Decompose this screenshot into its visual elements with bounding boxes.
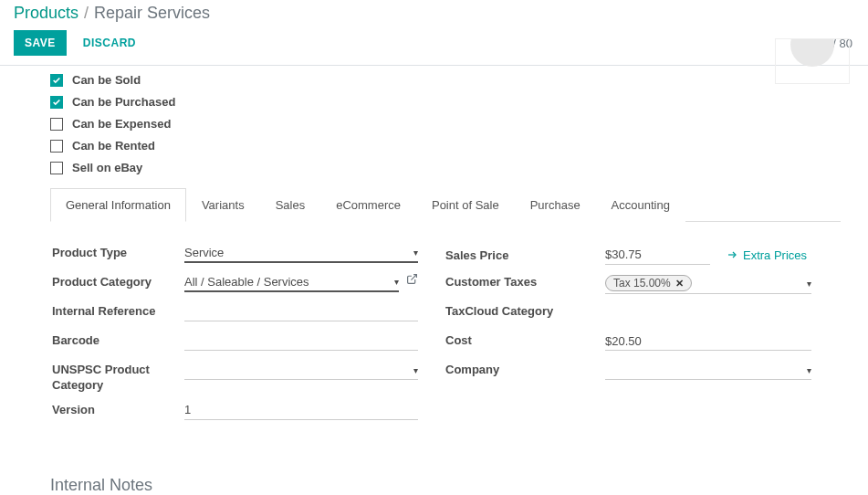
right-column: Sales Price $30.75 Extra Prices Customer… bbox=[445, 244, 839, 430]
svg-line-0 bbox=[411, 275, 416, 280]
extra-prices-link[interactable]: Extra Prices bbox=[727, 248, 807, 262]
field-cost: Cost $20.50 bbox=[445, 332, 811, 353]
internal-notes-section: Internal Notes This note is only for int… bbox=[50, 476, 841, 495]
field-taxcloud: TaxCloud Category bbox=[445, 302, 811, 324]
field-barcode: Barcode bbox=[52, 332, 418, 353]
close-icon[interactable]: ✕ bbox=[675, 278, 684, 290]
checkbox-label: Can be Rented bbox=[72, 139, 155, 153]
internal-notes-heading: Internal Notes bbox=[50, 476, 841, 495]
checkbox-sell-on-ebay[interactable] bbox=[50, 162, 63, 174]
checkbox-label: Sell on eBay bbox=[72, 161, 142, 174]
input-product-type[interactable]: Service ▾ bbox=[184, 244, 418, 263]
field-internal-reference: Internal Reference bbox=[52, 302, 418, 324]
label-taxcloud: TaxCloud Category bbox=[445, 302, 605, 320]
label-product-category: Product Category bbox=[52, 273, 184, 290]
label-version: Version bbox=[52, 401, 184, 418]
input-customer-taxes[interactable]: Tax 15.00% ✕ ▾ bbox=[605, 273, 811, 294]
discard-button[interactable]: DISCARD bbox=[72, 30, 147, 56]
checkbox-can-be-purchased[interactable] bbox=[50, 96, 63, 109]
tab-variants[interactable]: Variants bbox=[186, 188, 260, 222]
input-internal-reference[interactable] bbox=[184, 302, 418, 321]
checkbox-row-can-be-expensed: Can be Expensed bbox=[50, 117, 841, 131]
tab-accounting[interactable]: Accounting bbox=[596, 188, 685, 222]
checkbox-label: Can be Sold bbox=[72, 73, 141, 87]
field-product-category: Product Category All / Saleable / Servic… bbox=[52, 273, 418, 295]
label-customer-taxes: Customer Taxes bbox=[445, 273, 605, 290]
toolbar: SAVE DISCARD 71 / 80 bbox=[0, 25, 868, 66]
input-product-category[interactable]: All / Saleable / Services ▾ bbox=[184, 273, 399, 292]
arrow-right-icon bbox=[727, 249, 737, 260]
chevron-down-icon: ▾ bbox=[394, 277, 399, 287]
field-version: Version 1 bbox=[52, 401, 418, 423]
tab-point-of-sale[interactable]: Point of Sale bbox=[416, 188, 515, 222]
product-image-placeholder bbox=[790, 38, 834, 67]
field-customer-taxes: Customer Taxes Tax 15.00% ✕ ▾ bbox=[445, 273, 811, 295]
field-unspsc: UNSPSC Product Category ▾ bbox=[52, 361, 418, 394]
checkbox-can-be-expensed[interactable] bbox=[50, 118, 63, 131]
input-company[interactable]: ▾ bbox=[605, 361, 811, 380]
input-sales-price[interactable]: $30.75 bbox=[605, 246, 710, 265]
product-image-box[interactable] bbox=[775, 38, 850, 84]
input-version[interactable]: 1 bbox=[184, 401, 418, 420]
tab-purchase[interactable]: Purchase bbox=[515, 188, 596, 222]
label-internal-reference: Internal Reference bbox=[52, 302, 184, 320]
label-barcode: Barcode bbox=[52, 332, 184, 349]
tab-bar: General InformationVariantsSaleseCommerc… bbox=[50, 187, 841, 222]
field-sales-price: Sales Price $30.75 Extra Prices bbox=[445, 244, 811, 266]
left-column: Product Type Service ▾ Product Category … bbox=[52, 244, 445, 430]
label-unspsc: UNSPSC Product Category bbox=[52, 361, 184, 394]
input-unspsc[interactable]: ▾ bbox=[184, 361, 418, 380]
label-company: Company bbox=[445, 361, 605, 378]
checkbox-label: Can be Expensed bbox=[72, 117, 171, 131]
breadcrumb-root[interactable]: Products bbox=[14, 4, 78, 23]
save-button[interactable]: SAVE bbox=[14, 30, 67, 56]
checkbox-label: Can be Purchased bbox=[72, 95, 175, 109]
tab-content-general: Product Type Service ▾ Product Category … bbox=[50, 222, 841, 439]
chevron-down-icon: ▾ bbox=[413, 365, 418, 375]
chevron-down-icon: ▾ bbox=[413, 248, 418, 258]
breadcrumb-current: Repair Services bbox=[94, 4, 210, 23]
breadcrumb: Products / Repair Services bbox=[0, 0, 868, 25]
tax-tag[interactable]: Tax 15.00% ✕ bbox=[605, 275, 692, 291]
checkbox-row-can-be-rented: Can be Rented bbox=[50, 139, 841, 153]
checkbox-can-be-sold[interactable] bbox=[50, 74, 63, 87]
chevron-down-icon: ▾ bbox=[807, 365, 811, 375]
checkbox-row-can-be-purchased: Can be Purchased bbox=[50, 95, 841, 109]
external-link-icon[interactable] bbox=[406, 273, 418, 288]
chevron-down-icon: ▾ bbox=[807, 279, 811, 289]
tab-ecommerce[interactable]: eCommerce bbox=[320, 188, 416, 222]
field-product-type: Product Type Service ▾ bbox=[52, 244, 418, 266]
checkbox-row-sell-on-ebay: Sell on eBay bbox=[50, 161, 841, 174]
tab-general-information[interactable]: General Information bbox=[50, 188, 186, 222]
label-sales-price: Sales Price bbox=[445, 247, 605, 264]
label-product-type: Product Type bbox=[52, 244, 184, 261]
field-company: Company ▾ bbox=[445, 361, 811, 383]
checkbox-row-can-be-sold: Can be Sold bbox=[50, 73, 841, 87]
tab-sales[interactable]: Sales bbox=[260, 188, 321, 222]
breadcrumb-separator: / bbox=[84, 4, 89, 23]
input-barcode[interactable] bbox=[184, 332, 418, 351]
input-cost[interactable]: $20.50 bbox=[605, 332, 811, 351]
label-cost: Cost bbox=[445, 332, 605, 349]
checkbox-can-be-rented[interactable] bbox=[50, 140, 63, 153]
